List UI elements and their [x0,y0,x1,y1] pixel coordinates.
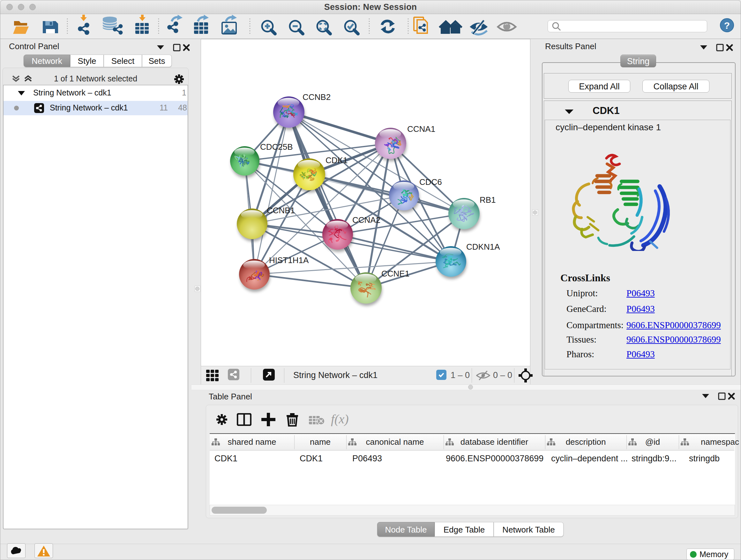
svg-text:HIST1H1A: HIST1H1A [269,255,309,265]
svg-text:CDK1: CDK1 [326,155,347,165]
svg-text:CCNB2: CCNB2 [302,92,331,102]
svg-text:CCNB1: CCNB1 [267,206,295,215]
svg-text:CCNA2: CCNA2 [352,215,381,225]
svg-text:CDKN1A: CDKN1A [466,242,500,252]
svg-text:RB1: RB1 [480,195,496,205]
svg-text:CCNE1: CCNE1 [381,269,409,278]
svg-text:CCNA1: CCNA1 [407,124,435,134]
svg-text:CDC25B: CDC25B [260,142,293,152]
svg-text:CDC6: CDC6 [419,177,442,187]
